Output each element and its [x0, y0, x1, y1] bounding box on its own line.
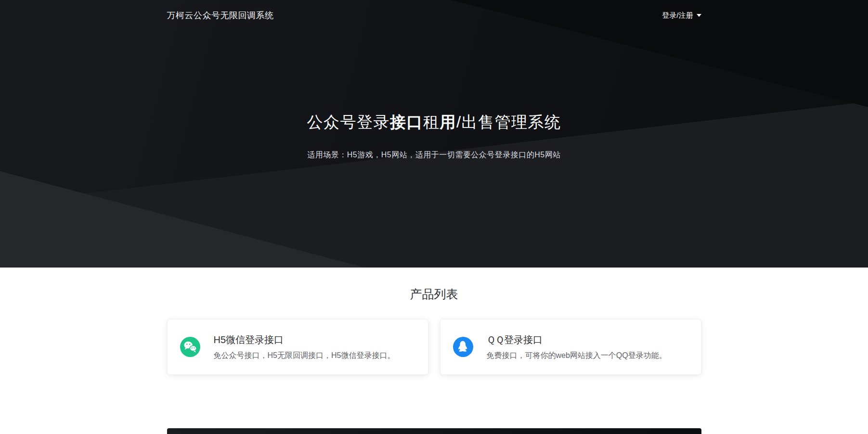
hero-title-segment-bold: 接口 [390, 113, 423, 131]
hero-title-segment: 公众号登录 [307, 113, 390, 131]
product-card-description: 免公众号接口，H5无限回调接口，H5微信登录接口。 [214, 350, 395, 361]
chevron-down-icon [697, 14, 701, 17]
top-navbar: 万柯云公众号无限回调系统 登录/注册 [167, 0, 701, 21]
wechat-icon [180, 337, 200, 357]
page: 万柯云公众号无限回调系统 登录/注册 公众号登录接口租用/出售管理系统 适用场景… [0, 0, 868, 434]
hero-title: 公众号登录接口租用/出售管理系统 [0, 112, 868, 133]
products-section: 产品列表 H5微信登 [0, 286, 868, 434]
product-card-wechat[interactable]: H5微信登录接口 免公众号接口，H5无限回调接口，H5微信登录接口。 [167, 319, 428, 375]
hero-title-segment: /出售管理系统 [456, 113, 561, 131]
hero-title-segment-bold: 用 [440, 113, 456, 131]
brand-title[interactable]: 万柯云公众号无限回调系统 [167, 10, 274, 21]
product-card-title: H5微信登录接口 [214, 333, 395, 346]
hero-banner: 万柯云公众号无限回调系统 登录/注册 公众号登录接口租用/出售管理系统 适用场景… [0, 0, 868, 268]
hero-title-segment: 租 [423, 113, 440, 131]
product-card-description: 免费接口，可将你的web网站接入一个QQ登录功能。 [487, 350, 667, 361]
footer-panel-container [167, 428, 701, 434]
qq-icon [453, 337, 473, 357]
auth-menu-label: 登录/注册 [662, 11, 693, 20]
hero-content: 公众号登录接口租用/出售管理系统 适用场景：H5游戏，H5网站，适用于一切需要公… [0, 21, 868, 160]
product-card-qq[interactable]: ＱＱ登录接口 免费接口，可将你的web网站接入一个QQ登录功能。 [440, 319, 701, 375]
auth-menu[interactable]: 登录/注册 [662, 11, 701, 20]
hero-subtitle: 适用场景：H5游戏，H5网站，适用于一切需要公众号登录接口的H5网站 [0, 150, 868, 160]
product-card-title: ＱＱ登录接口 [487, 333, 667, 346]
product-cards-row: H5微信登录接口 免公众号接口，H5无限回调接口，H5微信登录接口。 ＱＱ登录接… [167, 319, 701, 375]
product-card-text: ＱＱ登录接口 免费接口，可将你的web网站接入一个QQ登录功能。 [487, 333, 667, 361]
product-card-text: H5微信登录接口 免公众号接口，H5无限回调接口，H5微信登录接口。 [214, 333, 395, 361]
products-heading: 产品列表 [0, 286, 868, 302]
footer-dark-panel [167, 428, 701, 434]
